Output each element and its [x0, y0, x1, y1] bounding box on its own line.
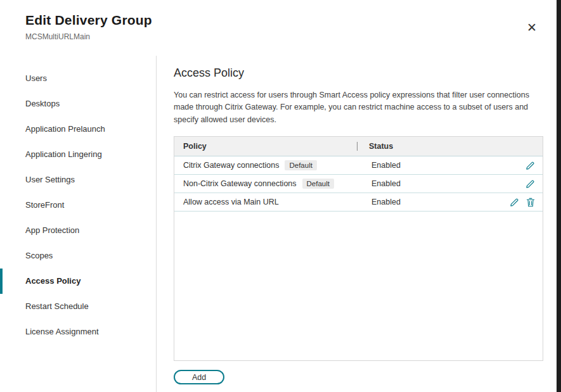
- sidebar-item-application-prelaunch[interactable]: Application Prelaunch: [0, 117, 156, 142]
- column-header-policy: Policy: [174, 142, 357, 151]
- sidebar-item-storefront[interactable]: StoreFront: [0, 193, 156, 218]
- policy-name: Allow access via Main URL: [183, 198, 279, 206]
- page-title: Access Policy: [174, 66, 561, 80]
- policy-cell: Allow access via Main URL: [174, 198, 359, 206]
- sidebar: Users Desktops Application Prelaunch App…: [0, 56, 157, 392]
- default-badge: Default: [302, 179, 334, 189]
- policy-status: Enabled: [359, 179, 401, 188]
- row-actions: [510, 198, 543, 207]
- dialog-body: Users Desktops Application Prelaunch App…: [0, 56, 561, 392]
- policy-cell: Non-Citrix Gateway connections Default: [174, 179, 359, 189]
- table-row: Citrix Gateway connections Default Enabl…: [174, 156, 543, 175]
- policy-cell: Citrix Gateway connections Default: [174, 160, 359, 170]
- sidebar-item-restart-schedule[interactable]: Restart Schedule: [0, 294, 156, 319]
- policy-table: Policy Status Citrix Gateway connections…: [174, 136, 543, 361]
- sidebar-item-app-protection[interactable]: App Protection: [0, 218, 156, 243]
- policy-name: Citrix Gateway connections: [183, 161, 279, 170]
- default-badge: Default: [285, 160, 316, 170]
- row-actions: [526, 179, 543, 189]
- main-content: Access Policy You can restrict access fo…: [157, 56, 561, 392]
- sidebar-item-license-assignment[interactable]: License Assignment: [0, 319, 156, 345]
- edit-icon[interactable]: [526, 161, 535, 170]
- delete-icon[interactable]: [526, 198, 535, 207]
- sidebar-item-desktops[interactable]: Desktops: [0, 91, 156, 117]
- policy-status: Enabled: [359, 161, 401, 170]
- window-edge: [557, 0, 561, 392]
- edit-icon[interactable]: [526, 179, 535, 189]
- dialog-subtitle: MCSMultiURLMain: [25, 32, 561, 41]
- table-header-row: Policy Status: [174, 137, 543, 156]
- dialog-title: Edit Delivery Group: [25, 13, 561, 28]
- sidebar-item-access-policy[interactable]: Access Policy: [0, 269, 156, 294]
- sidebar-item-scopes[interactable]: Scopes: [0, 243, 156, 269]
- policy-name: Non-Citrix Gateway connections: [183, 179, 297, 188]
- close-icon[interactable]: ✕: [524, 19, 539, 36]
- column-header-status: Status: [358, 142, 393, 151]
- table-row: Allow access via Main URL Enabled: [174, 193, 543, 212]
- dialog-header: Edit Delivery Group MCSMultiURLMain ✕: [0, 0, 561, 56]
- policy-status: Enabled: [359, 198, 401, 206]
- sidebar-item-application-lingering[interactable]: Application Lingering: [0, 142, 156, 167]
- sidebar-item-users[interactable]: Users: [0, 66, 156, 91]
- description: You can restrict access for users throug…: [174, 89, 543, 126]
- add-button[interactable]: Add: [174, 370, 224, 384]
- table-row: Non-Citrix Gateway connections Default E…: [174, 175, 543, 193]
- row-actions: [526, 161, 543, 170]
- sidebar-item-user-settings[interactable]: User Settings: [0, 167, 156, 193]
- edit-icon[interactable]: [510, 198, 519, 207]
